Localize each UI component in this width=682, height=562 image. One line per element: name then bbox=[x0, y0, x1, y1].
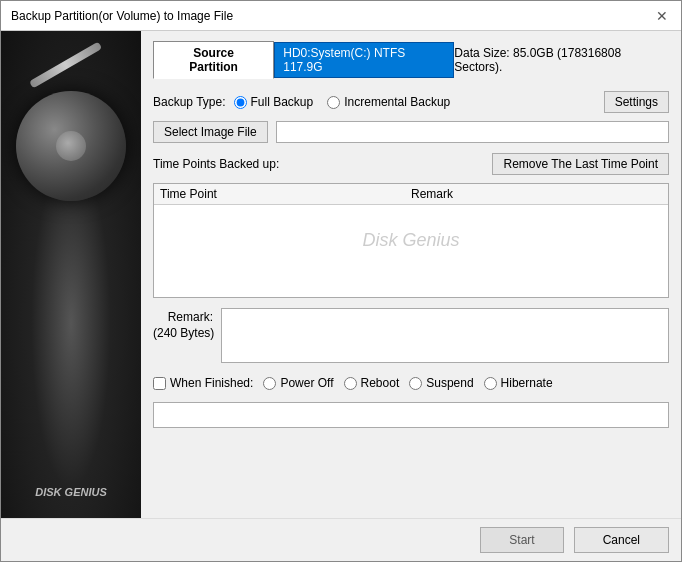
dialog-body: DISK GENIUS Source Partition HD0:System(… bbox=[1, 31, 681, 518]
select-image-button[interactable]: Select Image File bbox=[153, 121, 268, 143]
remark-wrap bbox=[221, 308, 669, 366]
time-points-label: Time Points Backed up: bbox=[153, 157, 279, 171]
remark-textarea[interactable] bbox=[221, 308, 669, 363]
title-bar: Backup Partition(or Volume) to Image Fil… bbox=[1, 1, 681, 31]
hibernate-label: Hibernate bbox=[501, 376, 553, 390]
dialog-title: Backup Partition(or Volume) to Image Fil… bbox=[11, 9, 233, 23]
table-header: Time Point Remark bbox=[154, 184, 668, 205]
backup-type-radios: Full Backup Incremental Backup bbox=[234, 95, 596, 109]
disk-image: DISK GENIUS bbox=[1, 31, 141, 518]
disk-graphic bbox=[16, 91, 126, 201]
cancel-button[interactable]: Cancel bbox=[574, 527, 669, 553]
when-finished-checkbox[interactable] bbox=[153, 377, 166, 390]
hibernate-radio[interactable] bbox=[484, 377, 497, 390]
command-input[interactable] bbox=[153, 402, 669, 428]
suspend-option[interactable]: Suspend bbox=[409, 376, 473, 390]
full-backup-option[interactable]: Full Backup bbox=[234, 95, 314, 109]
start-button[interactable]: Start bbox=[480, 527, 563, 553]
when-finished-label: When Finished: bbox=[170, 376, 253, 390]
select-image-row: Select Image File bbox=[153, 121, 669, 143]
backup-dialog: Backup Partition(or Volume) to Image Fil… bbox=[0, 0, 682, 562]
watermark-text: Disk Genius bbox=[362, 230, 459, 251]
when-finished-row: When Finished: Power Off Reboot Suspend … bbox=[153, 376, 669, 390]
power-off-option[interactable]: Power Off bbox=[263, 376, 333, 390]
power-off-radio[interactable] bbox=[263, 377, 276, 390]
col-time-point: Time Point bbox=[160, 187, 411, 201]
disk-arm bbox=[29, 42, 102, 89]
time-points-table: Time Point Remark Disk Genius bbox=[153, 183, 669, 298]
incremental-backup-label: Incremental Backup bbox=[344, 95, 450, 109]
data-size-label: Data Size: 85.0GB (178316808 Sectors). bbox=[454, 46, 669, 74]
time-points-row: Time Points Backed up: Remove The Last T… bbox=[153, 153, 669, 175]
remark-row: Remark: (240 Bytes) bbox=[153, 308, 669, 366]
reboot-label: Reboot bbox=[361, 376, 400, 390]
table-body: Disk Genius bbox=[154, 205, 668, 275]
backup-type-label: Backup Type: bbox=[153, 95, 226, 109]
backup-type-row: Backup Type: Full Backup Incremental Bac… bbox=[153, 91, 669, 113]
partition-display: HD0:System(C:) NTFS 117.9G bbox=[274, 42, 454, 78]
suspend-radio[interactable] bbox=[409, 377, 422, 390]
col-remark: Remark bbox=[411, 187, 662, 201]
power-off-label: Power Off bbox=[280, 376, 333, 390]
full-backup-label: Full Backup bbox=[251, 95, 314, 109]
full-backup-radio[interactable] bbox=[234, 96, 247, 109]
image-file-input[interactable] bbox=[276, 121, 669, 143]
reboot-option[interactable]: Reboot bbox=[344, 376, 400, 390]
settings-button[interactable]: Settings bbox=[604, 91, 669, 113]
right-panel: Source Partition HD0:System(C:) NTFS 117… bbox=[141, 31, 681, 518]
incremental-backup-option[interactable]: Incremental Backup bbox=[327, 95, 450, 109]
when-finished-checkbox-label[interactable]: When Finished: bbox=[153, 376, 253, 390]
incremental-backup-radio[interactable] bbox=[327, 96, 340, 109]
tab-source-partition[interactable]: Source Partition bbox=[153, 41, 274, 79]
bottom-buttons: Start Cancel bbox=[1, 518, 681, 561]
hibernate-option[interactable]: Hibernate bbox=[484, 376, 553, 390]
disk-center bbox=[56, 131, 86, 161]
command-input-row bbox=[153, 402, 669, 428]
remark-bytes-label: (240 Bytes) bbox=[153, 324, 213, 340]
suspend-label: Suspend bbox=[426, 376, 473, 390]
left-panel: DISK GENIUS bbox=[1, 31, 141, 518]
remark-label: Remark: bbox=[153, 308, 213, 324]
close-button[interactable]: ✕ bbox=[653, 7, 671, 25]
reboot-radio[interactable] bbox=[344, 377, 357, 390]
remove-last-time-point-button[interactable]: Remove The Last Time Point bbox=[492, 153, 669, 175]
tab-row: Source Partition HD0:System(C:) NTFS 117… bbox=[153, 41, 669, 79]
disk-genius-label: DISK GENIUS bbox=[1, 486, 141, 498]
